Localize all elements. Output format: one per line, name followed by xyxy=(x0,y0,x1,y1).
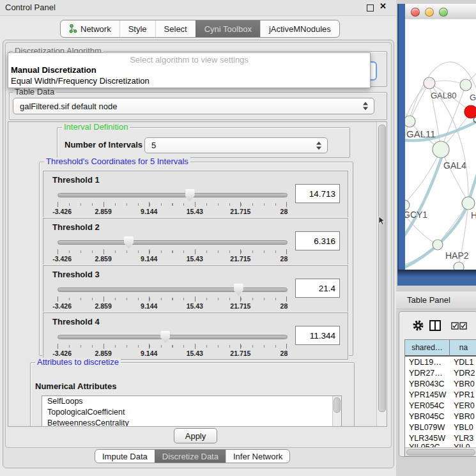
table-cell[interactable]: YBR0 xyxy=(454,379,476,390)
threshold-4-value-field[interactable] xyxy=(295,326,340,345)
slider-thumb[interactable] xyxy=(160,331,170,343)
threshold-3-box: Threshold 3 -3.426 2.859 9.144 15.43 21.… xyxy=(43,265,348,312)
threshold-3-slider[interactable]: -3.426 2.859 9.144 15.43 21.715 28 xyxy=(58,284,286,309)
combo-arrows-icon xyxy=(363,102,368,111)
dropdown-option-equal-width[interactable]: Equal Width/Frequency Discretization xyxy=(11,76,150,86)
settings-scrollbar-thumb[interactable] xyxy=(378,125,386,412)
table-cell[interactable]: YDL19… xyxy=(409,357,449,368)
settings-scrollpane: Interval Definition Number of Intervals … xyxy=(8,121,387,427)
float-window-icon[interactable] xyxy=(367,4,374,12)
right-region: GAL80 G C GAL11 GAL4 GCY1 H HAP2 Table P… xyxy=(396,0,476,476)
table-cell[interactable]: YDL1 xyxy=(454,357,476,368)
table-panel-title: Table Panel xyxy=(407,295,450,305)
threshold-2-slider[interactable]: -3.426 2.859 9.144 15.43 21.715 28 xyxy=(58,236,286,262)
node-gcy1 xyxy=(405,200,410,210)
network-icon xyxy=(69,24,77,33)
threshold-1-value-field[interactable] xyxy=(295,184,340,203)
num-intervals-label: Number of Intervals xyxy=(65,140,142,150)
node-table[interactable]: shared… na YDL19… YDL1 YDR27… YDR2 YBR04… xyxy=(404,339,476,457)
list-item[interactable]: TopologicalCoefficient xyxy=(42,407,341,418)
table-cell[interactable]: YDR2 xyxy=(454,368,476,379)
zoom-traffic-icon[interactable] xyxy=(439,8,448,17)
columns-icon[interactable] xyxy=(429,320,441,331)
threshold-2-box: Threshold 2 -3.426 2.859 9.144 15.43 21.… xyxy=(43,218,348,265)
table-cell[interactable]: YPR1 xyxy=(454,390,476,401)
close-icon[interactable]: ✕ xyxy=(380,1,387,11)
list-item[interactable]: SelfLoops xyxy=(42,396,341,407)
table-hscrollbar[interactable] xyxy=(405,447,476,456)
node-hap2 xyxy=(433,240,443,250)
threshold-1-slider[interactable]: -3.426 2.859 9.144 15.43 21.715 28 xyxy=(58,189,286,215)
node-label: GAL80 xyxy=(431,91,456,100)
slider-ticks xyxy=(58,298,286,302)
threshold-2-label: Threshold 2 xyxy=(52,222,100,232)
numerical-attributes-label: Numerical Attributes xyxy=(35,381,116,391)
cyni-bottom-tabs: Impute Data Discretize Data Infer Networ… xyxy=(95,449,290,463)
tab-network-label: Network xyxy=(81,24,111,34)
select-columns-icon[interactable] xyxy=(451,322,468,330)
node-label: HAP2 xyxy=(445,250,469,261)
column-header-shared-name[interactable]: shared… xyxy=(405,340,450,357)
slider-ticks xyxy=(58,345,286,349)
close-traffic-icon[interactable] xyxy=(411,8,420,17)
node-label: H xyxy=(471,210,476,220)
combo-arrows-icon xyxy=(316,141,321,150)
node-label: C xyxy=(473,115,476,125)
tab-infer-network[interactable]: Infer Network xyxy=(226,450,289,463)
control-panel-titlebar: Control Panel ✕ xyxy=(0,0,396,16)
thresholds-group-label: Threshold's Coordinates for 5 Intervals xyxy=(44,157,190,166)
apply-button[interactable]: Apply xyxy=(174,428,217,443)
slider-scale: -3.426 2.859 9.144 15.43 21.715 28 xyxy=(58,302,286,310)
num-intervals-combo[interactable]: 5 xyxy=(144,137,328,153)
tab-style[interactable]: Style xyxy=(119,20,155,37)
panel-title: Control Panel xyxy=(5,3,56,12)
threshold-1-label: Threshold 1 xyxy=(52,175,100,185)
tab-impute-data[interactable]: Impute Data xyxy=(95,450,155,463)
node-label: GAL11 xyxy=(406,128,436,139)
settings-scrollbar[interactable] xyxy=(376,122,387,426)
table-cell[interactable]: YBR043C xyxy=(409,379,449,390)
tab-discretize-data[interactable]: Discretize Data xyxy=(155,450,226,463)
slider-thumb[interactable] xyxy=(234,284,243,296)
tab-cyni-toolbox[interactable]: Cyni Toolbox xyxy=(196,20,260,37)
interval-group-label: Interval Definition xyxy=(62,123,130,132)
table-cell[interactable]: YDR27… xyxy=(409,368,449,379)
dropdown-hint: Select algorithm to view settings xyxy=(8,55,370,65)
threshold-3-value-field[interactable] xyxy=(295,279,340,298)
tab-jactivemnodules[interactable]: jActiveMNodules xyxy=(260,20,339,37)
list-item[interactable]: BetweennessCentrality xyxy=(42,418,341,427)
table-cell[interactable]: YBR0 xyxy=(454,411,476,422)
gear-icon[interactable] xyxy=(412,319,424,332)
tab-select[interactable]: Select xyxy=(155,20,196,37)
threshold-4-label: Threshold 4 xyxy=(52,317,100,326)
table-panel-window: shared… na YDL19… YDL1 YDR27… YDR2 YBR04… xyxy=(399,311,476,457)
table-cell[interactable]: YPR145W xyxy=(409,390,449,401)
table-cell[interactable]: YBR045C xyxy=(409,411,449,422)
threshold-4-box: Threshold 4 -3.426 2.859 9.144 15.43 21.… xyxy=(43,312,348,360)
slider-track xyxy=(58,335,288,339)
slider-thumb[interactable] xyxy=(185,189,195,201)
list-scrollbar[interactable] xyxy=(332,396,341,427)
node-gal11 xyxy=(405,116,415,127)
table-cell[interactable]: YER0 xyxy=(454,401,476,411)
table-cell[interactable]: YBL0 xyxy=(454,422,476,433)
network-graph: GAL80 G C GAL11 GAL4 GCY1 H HAP2 xyxy=(405,19,476,270)
threshold-4-slider[interactable]: -3.426 2.859 9.144 15.43 21.715 28 xyxy=(58,331,286,357)
threshold-1-box: Threshold 1 -3.426 2.859 9.144 15.43 21.… xyxy=(43,171,348,218)
numerical-attributes-list[interactable]: SelfLoops TopologicalCoefficient Between… xyxy=(42,395,342,427)
network-window-bottom-frame xyxy=(397,270,476,286)
dropdown-option-manual[interactable]: Manual Discretization xyxy=(11,65,96,75)
minimize-traffic-icon[interactable] xyxy=(425,8,434,17)
network-view[interactable]: GAL80 G C GAL11 GAL4 GCY1 H HAP2 xyxy=(405,19,476,270)
table-cell[interactable]: YBL079W xyxy=(409,422,449,433)
screen: Control Panel ✕ Network Style Select Cyn… xyxy=(0,0,476,476)
column-header-name[interactable]: na xyxy=(450,340,476,357)
slider-thumb[interactable] xyxy=(124,236,134,249)
node-label: GAL4 xyxy=(443,160,466,171)
attributes-group-label: Attributes to discretize xyxy=(35,358,121,367)
threshold-2-value-field[interactable] xyxy=(295,231,340,250)
tab-network[interactable]: Network xyxy=(61,20,119,37)
table-data-combo[interactable]: galFiltered.sif default node xyxy=(13,98,374,114)
table-panel-titlebar: Table Panel xyxy=(396,291,476,309)
table-cell[interactable]: YER054C xyxy=(409,401,449,411)
